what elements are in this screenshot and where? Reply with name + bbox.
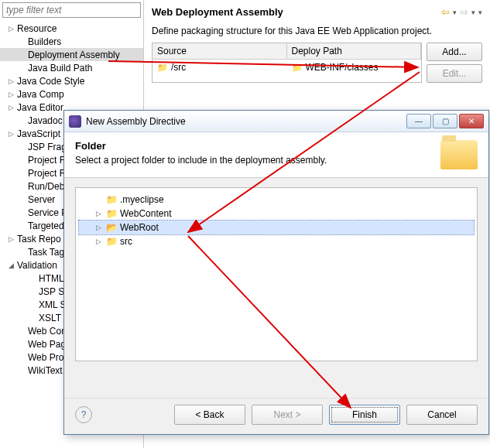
expand-icon[interactable]: ▷ <box>6 130 15 138</box>
edit-button: Edit... <box>427 64 482 83</box>
back-arrow-icon[interactable]: ⇦ <box>441 6 450 18</box>
folder-tree[interactable]: 📁.myeclipse▷📁WebContent▷📂WebRoot▷📁src <box>75 187 478 361</box>
tree-item-label: Server <box>26 194 55 205</box>
history-nav[interactable]: ⇦ ▾ ⇨ ▾ ▾ <box>441 6 482 18</box>
dialog-titlebar[interactable]: New Assembly Directive — ▢ ✕ <box>64 111 488 132</box>
table-row[interactable]: 📁/src 📁WEB-INF/classes <box>152 60 421 75</box>
maximize-button[interactable]: ▢ <box>433 114 457 128</box>
folder-icon: 📁 <box>106 194 118 205</box>
folder-row[interactable]: ▷📂WebRoot <box>79 221 474 234</box>
folder-row[interactable]: ▷📁WebContent <box>79 207 474 221</box>
forward-arrow-icon[interactable]: ⇨ <box>460 6 468 18</box>
menu-dropdown-icon[interactable]: ▾ <box>478 9 482 16</box>
new-assembly-dialog: New Assembly Directive — ▢ ✕ Folder Sele… <box>63 110 489 435</box>
tree-item-label: Task Repo <box>15 234 61 245</box>
tree-item[interactable]: ▷Resource <box>0 22 143 35</box>
assembly-table[interactable]: Source Deploy Path 📁/src 📁WEB-INF/classe… <box>152 43 422 83</box>
wizard-subtext: Select a project folder to include in th… <box>75 155 327 166</box>
expand-icon[interactable]: ▷ <box>93 210 104 217</box>
filter-input[interactable] <box>2 2 141 18</box>
expand-icon[interactable]: ▷ <box>93 224 104 231</box>
wizard-heading: Folder <box>75 140 327 152</box>
help-button[interactable]: ? <box>75 406 92 423</box>
tree-item-label: Java Build Path <box>26 63 92 74</box>
tree-item-label: Java Comp <box>15 89 64 100</box>
tree-item-label: Resource <box>15 23 57 34</box>
expand-icon[interactable]: ▷ <box>6 25 15 32</box>
expand-icon[interactable]: ▷ <box>6 91 15 98</box>
folder-icon: 📁 <box>157 63 168 73</box>
folder-icon: 📁 <box>106 236 118 247</box>
col-deploy[interactable]: Deploy Path <box>287 43 422 60</box>
back-button[interactable]: < Back <box>174 405 245 425</box>
folder-row[interactable]: ▷📁src <box>79 234 474 248</box>
tree-item[interactable]: ▷Java Comp <box>0 87 143 101</box>
folder-icon: 📁 <box>292 63 303 73</box>
expand-icon[interactable]: ▷ <box>6 235 15 243</box>
tree-item-label: Java Editor <box>15 102 63 113</box>
col-source[interactable]: Source <box>152 43 287 60</box>
add-button[interactable]: Add... <box>427 43 482 61</box>
tree-item-label: Task Tags <box>26 247 69 258</box>
tree-item[interactable]: Java Build Path <box>0 61 143 74</box>
expand-icon[interactable]: ▷ <box>93 238 104 245</box>
expand-icon[interactable]: ◢ <box>6 262 15 269</box>
folder-label: WebContent <box>120 208 172 219</box>
tree-item[interactable]: ▷Java Code Style <box>0 74 143 87</box>
tree-item-label: Validation <box>15 260 57 271</box>
cancel-button[interactable]: Cancel <box>406 405 478 425</box>
folder-label: src <box>120 236 132 247</box>
tree-item-label: Builders <box>26 36 61 47</box>
folder-icon: 📁 <box>106 208 118 219</box>
finish-button[interactable]: Finish <box>329 405 400 425</box>
expand-icon[interactable]: ▷ <box>6 77 15 85</box>
folder-row[interactable]: 📁.myeclipse <box>79 193 474 207</box>
expand-icon[interactable]: ▷ <box>6 104 15 111</box>
eclipse-icon <box>69 115 81 128</box>
forward-dropdown-icon[interactable]: ▾ <box>471 9 475 16</box>
next-button: Next > <box>252 405 323 425</box>
tree-item-label: JavaScript <box>15 128 60 139</box>
dialog-title: New Assembly Directive <box>86 116 406 127</box>
page-description: Define packaging structure for this Java… <box>152 26 482 36</box>
close-button[interactable]: ✕ <box>459 114 484 128</box>
folder-icon: 📂 <box>106 222 118 233</box>
cell-source: /src <box>171 62 186 73</box>
tree-item[interactable]: Deployment Assembly <box>0 48 143 61</box>
tree-item[interactable]: Builders <box>0 35 143 48</box>
tree-item-label: Deployment Assembly <box>26 50 120 60</box>
cell-deploy: WEB-INF/classes <box>306 62 379 73</box>
tree-item-label: WikiText <box>26 365 63 376</box>
folder-large-icon <box>440 140 478 169</box>
folder-label: .myeclipse <box>120 194 164 205</box>
page-title: Web Deployment Assembly <box>152 6 283 18</box>
folder-label: WebRoot <box>120 222 159 233</box>
back-dropdown-icon[interactable]: ▾ <box>453 9 457 16</box>
minimize-button[interactable]: — <box>406 114 431 128</box>
tree-item-label: Java Code Style <box>15 76 84 87</box>
